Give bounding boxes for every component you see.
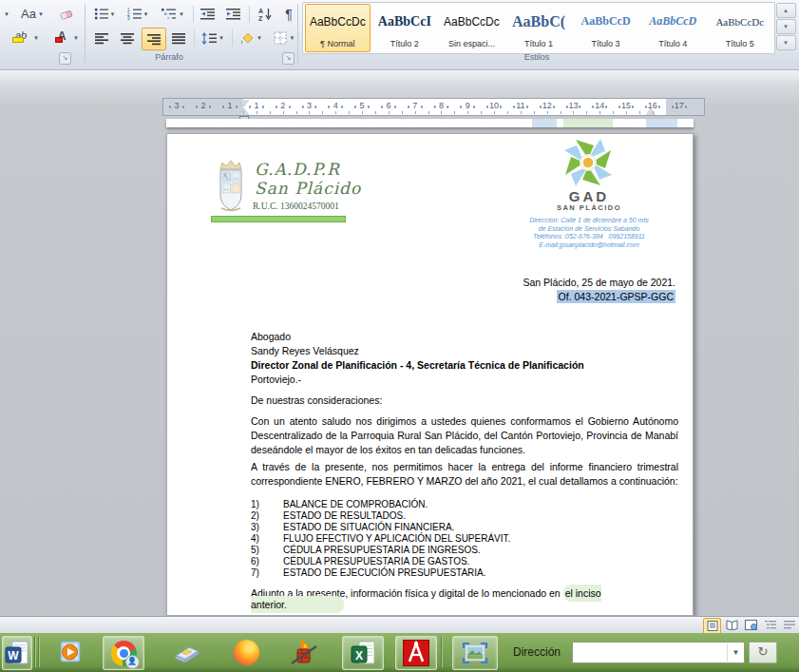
align-left-icon: [95, 32, 109, 45]
list-item: 3) ESTADO DE SITUACIÓN FINANCIERA.: [251, 522, 678, 533]
list-item-number: 5): [251, 545, 283, 556]
taskbar-divider: [34, 637, 35, 667]
svg-text:X: X: [355, 649, 363, 662]
taskbar-chrome-button[interactable]: 👤: [103, 636, 144, 670]
taskbar-scanner-button[interactable]: [169, 636, 205, 668]
taskbar-divider: [441, 637, 442, 667]
taskbar-red-a-tool-button[interactable]: [395, 636, 437, 670]
borders-grid-icon: [274, 31, 288, 45]
decrease-indent-button[interactable]: [197, 4, 219, 24]
sort-button[interactable]: A Z: [253, 4, 277, 24]
draft-view-icon[interactable]: [781, 618, 797, 632]
address-band-label: Dirección: [513, 645, 561, 659]
chevron-down-icon: ▼: [257, 35, 262, 41]
style-item[interactable]: AaBbC( Título 1: [505, 4, 572, 52]
styles-group-label: Estilos: [428, 52, 646, 62]
borders-button[interactable]: ▼: [270, 28, 298, 48]
style-preview: AaBbCcI: [378, 5, 431, 38]
multilevel-list-button[interactable]: ▼: [157, 4, 189, 24]
ruler-number: 15: [613, 99, 639, 115]
clear-formatting-button[interactable]: [53, 4, 78, 24]
list-item-text: ESTADO DE SITUACIÓN FINANCIERA.: [283, 522, 454, 533]
salutation: De nuestras consideraciones:: [251, 394, 678, 406]
style-item[interactable]: AaBbCcD Título 4: [639, 4, 706, 52]
document-area: 321 12345678910111213141516 17: [0, 70, 799, 616]
outline-view-icon[interactable]: [762, 618, 778, 632]
taskbar-firefox-button[interactable]: [228, 636, 264, 668]
print-layout-view-icon[interactable]: [703, 618, 721, 634]
full-screen-reading-view-icon[interactable]: [724, 618, 740, 632]
sort-az-icon: A Z: [258, 8, 273, 21]
taskbar-divider: [38, 637, 39, 667]
align-center-button[interactable]: [116, 28, 139, 48]
bullets-button[interactable]: ▼: [90, 4, 119, 24]
document-page[interactable]: G.A.D.P.R San Plácido R.U.C. 13600245700…: [166, 133, 694, 616]
highlight-color-swatch: [12, 37, 24, 43]
taskbar-photo-viewer-button[interactable]: [452, 636, 498, 670]
text-highlight-button[interactable]: ab ▼: [6, 27, 44, 48]
style-item[interactable]: AaBbCcD Título 3: [573, 4, 639, 52]
refresh-go-button[interactable]: ↻: [749, 642, 777, 663]
ribbon: ▼ Aa▼ ab ▼ A ▼ ↘: [0, 0, 799, 70]
justify-button[interactable]: [167, 28, 190, 48]
align-left-button[interactable]: [90, 28, 113, 48]
chrome-profile-badge: 👤: [125, 655, 140, 669]
address-input[interactable]: [573, 645, 727, 661]
paragraph-dialog-launcher[interactable]: ↘: [282, 52, 295, 65]
style-item[interactable]: AaBbCcDc Sin espaci...: [439, 4, 505, 52]
show-paragraph-marks-button[interactable]: ¶: [279, 4, 298, 24]
right-indent-marker[interactable]: [646, 108, 656, 115]
list-item: 2) ESTADO DE RESULTADOS.: [251, 510, 678, 522]
shading-button[interactable]: ▼: [236, 28, 266, 48]
style-name: ¶ Normal: [320, 39, 354, 48]
ruler-writable-area: 12345678910111213141516: [243, 99, 666, 115]
line-spacing-icon: [201, 32, 217, 45]
line-spacing-button[interactable]: ▼: [198, 28, 228, 48]
first-line-indent-marker[interactable]: [239, 100, 249, 106]
paragraph-group-label: Párrafo: [112, 52, 226, 62]
style-item[interactable]: AaBbCcDc ¶ Normal: [305, 4, 371, 52]
bullet-list-icon: [94, 8, 108, 20]
numbered-list-icon: 1 2 3: [127, 8, 142, 20]
svg-text:Z: Z: [258, 14, 263, 21]
list-item: 7) ESTADO DE EJECUCIÓN PRESUPUESTARIA.: [251, 567, 678, 579]
style-preview: AaBbCcDc: [444, 5, 500, 38]
align-right-button[interactable]: [142, 28, 166, 50]
highlight-fragment: [563, 119, 613, 127]
taskbar-media-player-button[interactable]: [53, 636, 86, 668]
taskbar-excel-button[interactable]: X: [342, 636, 384, 670]
taskbar-nero-button[interactable]: [285, 636, 323, 668]
gallery-scroll-up-icon[interactable]: ▲: [776, 3, 796, 18]
font-color-swatch: [55, 37, 63, 43]
increase-indent-button[interactable]: [222, 4, 245, 24]
ruler-number: 3: [163, 99, 190, 115]
style-item[interactable]: AaBbCcDc Título 5: [707, 4, 773, 52]
font-dialog-launcher[interactable]: ↘: [59, 52, 71, 65]
style-item[interactable]: AaBbCcI Título 2: [371, 4, 438, 52]
chevron-down-icon: ▼: [179, 11, 184, 17]
photo-viewer-icon: [460, 640, 490, 666]
chevron-down-icon[interactable]: ▼: [727, 643, 744, 662]
numbering-button[interactable]: 1 2 3 ▼: [124, 4, 152, 24]
list-item-number: 2): [251, 510, 283, 522]
align-center-icon: [121, 32, 135, 45]
org-name-line1: G.A.D.P.R: [255, 160, 340, 179]
ruler-number: 6: [375, 99, 402, 115]
ruler-number: 11: [507, 99, 534, 115]
hanging-indent-marker[interactable]: [239, 108, 249, 115]
gallery-more-icon[interactable]: ▼: [776, 35, 796, 50]
ruler-number: 10: [481, 99, 507, 115]
address-combobox[interactable]: ▼: [572, 642, 745, 663]
list-item-text: CÉDULA PRESUPUESTARIA DE INGRESOS.: [283, 545, 481, 556]
word-icon: W: [5, 641, 29, 665]
ruler-number: 4: [322, 99, 349, 115]
recipient-line: Sandy Reyes Velásquez: [251, 344, 678, 358]
cut-off-dropdown-icon[interactable]: ▼: [0, 6, 11, 23]
chevron-down-icon: ▼: [143, 11, 149, 17]
taskbar-word-button[interactable]: W: [2, 636, 32, 670]
change-case-button[interactable]: Aa▼: [15, 4, 49, 24]
font-color-button[interactable]: A ▼: [48, 27, 84, 48]
gallery-scroll-down-icon[interactable]: ▼: [776, 19, 796, 34]
style-preview: AaBbC(: [512, 5, 565, 38]
web-layout-view-icon[interactable]: [743, 618, 759, 632]
